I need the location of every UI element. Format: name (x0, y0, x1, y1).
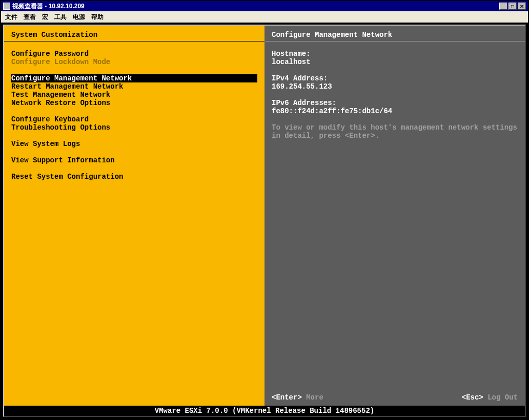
hostname-value: localhost (272, 58, 518, 66)
panel-hint: To view or modify this host's management… (272, 123, 518, 140)
left-panel-body: Configure PasswordConfigure Lockdown Mod… (4, 46, 264, 406)
menu-list-item[interactable]: View System Logs (11, 140, 257, 148)
console-inner: System Customization Configure PasswordC… (3, 25, 526, 417)
console-area: System Customization Configure PasswordC… (1, 23, 528, 419)
menu-macro[interactable]: 宏 (42, 13, 48, 22)
menu-view[interactable]: 查看 (24, 13, 36, 22)
menu-list-item[interactable]: View Support Information (11, 156, 257, 164)
menu-list-item[interactable]: Troubleshooting Options (11, 123, 257, 132)
esc-key: <Esc> (462, 393, 483, 402)
enter-label: More (306, 393, 323, 402)
menu-file[interactable]: 文件 (5, 13, 17, 22)
ipv4-label: IPv4 Address: (272, 74, 518, 82)
main-panels: System Customization Configure PasswordC… (4, 26, 525, 406)
window-controls: _ □ ✕ (499, 3, 526, 10)
menu-list-item: Configure Lockdown Mode (11, 58, 257, 66)
menu-list-item[interactable]: Network Restore Options (11, 99, 257, 107)
left-panel-header: System Customization (4, 26, 264, 41)
menu-list-item[interactable]: Configure Management Network (11, 74, 257, 82)
hostname-label: Hostname: (272, 50, 518, 58)
menu-list-item[interactable]: Test Management Network (11, 91, 257, 99)
menu-tools[interactable]: 工具 (54, 13, 67, 22)
enter-key: <Enter> (272, 393, 302, 402)
menu-list: Configure PasswordConfigure Lockdown Mod… (11, 50, 257, 181)
minimize-button[interactable]: _ (499, 3, 507, 10)
esc-label: Log Out (487, 393, 518, 402)
left-panel: System Customization Configure PasswordC… (4, 26, 264, 406)
right-panel-body: Hostname: localhost IPv4 Address: 169.25… (264, 46, 525, 406)
menu-power[interactable]: 电源 (73, 13, 85, 22)
menu-list-item[interactable]: Restart Management Network (11, 82, 257, 91)
window-title: 视频查看器 - 10.92.10.209 (12, 2, 85, 11)
app-window: 视频查看器 - 10.92.10.209 _ □ ✕ 文件 查看 宏 工具 电源… (0, 0, 529, 420)
ipv4-value: 169.254.55.123 (272, 82, 518, 91)
version-bar: VMware ESXi 7.0.0 (VMKernel Release Buil… (4, 406, 525, 416)
right-panel-header: Configure Management Network (264, 26, 525, 41)
menu-list-item[interactable]: Reset System Configuration (11, 173, 257, 181)
menu-help[interactable]: 帮助 (91, 13, 104, 22)
bottom-bar: <Enter> More <Esc> Log Out (272, 393, 518, 402)
ipv6-value: fe80::f24d:a2ff:fe75:db1c/64 (272, 107, 518, 115)
menubar: 文件 查看 宏 工具 电源 帮助 (1, 11, 528, 23)
maximize-button[interactable]: □ (508, 3, 517, 10)
menu-list-item[interactable]: Configure Password (11, 50, 257, 58)
titlebar-left: 视频查看器 - 10.92.10.209 (3, 2, 85, 11)
app-icon (3, 3, 10, 10)
ipv6-label: IPv6 Addresses: (272, 99, 518, 107)
esc-hint: <Esc> Log Out (462, 393, 518, 402)
close-button[interactable]: ✕ (518, 3, 526, 10)
titlebar: 视频查看器 - 10.92.10.209 _ □ ✕ (1, 1, 528, 11)
enter-hint: <Enter> More (272, 393, 323, 402)
menu-list-item[interactable]: Configure Keyboard (11, 115, 257, 123)
right-panel: Configure Management Network Hostname: l… (264, 26, 525, 406)
